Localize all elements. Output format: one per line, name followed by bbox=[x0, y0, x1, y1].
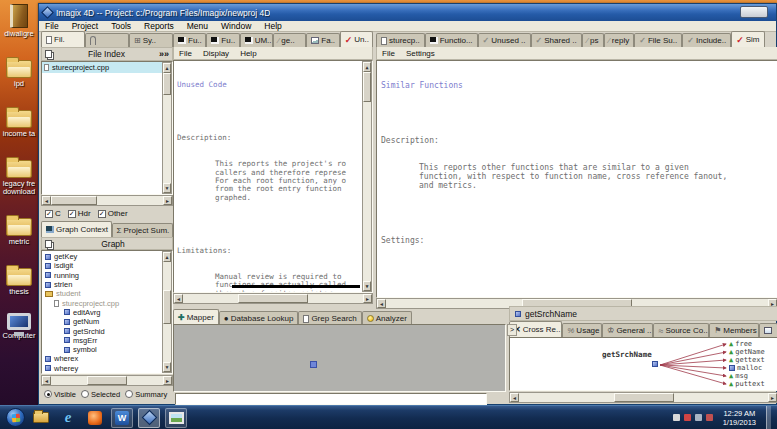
menu-item[interactable]: Settings bbox=[406, 49, 435, 58]
desktop-icon[interactable]: income ta bbox=[0, 105, 38, 138]
symbol-hscrollbar[interactable]: ◄► bbox=[509, 392, 777, 403]
taskbar-clock[interactable]: 12:29 AM 1/19/2013 bbox=[717, 409, 762, 427]
mapper-canvas[interactable] bbox=[173, 324, 506, 392]
symbol-tab[interactable]: Source Co.. bbox=[653, 323, 709, 337]
crossref-target[interactable]: puttext bbox=[729, 380, 765, 388]
file-list-vscrollbar[interactable]: ▲▼ bbox=[162, 62, 172, 194]
imagix-taskbar-icon[interactable] bbox=[138, 408, 160, 428]
mapper-input[interactable] bbox=[175, 393, 487, 405]
report-tab[interactable]: UM.. bbox=[240, 33, 273, 47]
minimize-button[interactable] bbox=[740, 6, 768, 18]
word-icon[interactable]: W bbox=[111, 408, 133, 428]
symbol-tab[interactable]: General .. bbox=[602, 323, 653, 337]
show-desktop-button[interactable] bbox=[766, 406, 771, 429]
graph-tree-vscrollbar[interactable]: ▲▼ bbox=[162, 251, 172, 373]
menu-item[interactable]: Display bbox=[203, 49, 229, 58]
report-tab[interactable]: Fu.. bbox=[206, 33, 239, 47]
expand-button[interactable]: »» bbox=[159, 49, 169, 59]
tree-item[interactable]: running bbox=[42, 271, 172, 280]
report-tab[interactable]: Functio... bbox=[425, 33, 478, 47]
report-tab[interactable]: Sim bbox=[731, 31, 764, 47]
menu-item[interactable]: Help bbox=[240, 49, 256, 58]
tree-item[interactable]: isdigit bbox=[42, 261, 172, 270]
graph-tree-hscrollbar[interactable]: ◄► bbox=[41, 375, 173, 386]
desktop-icon[interactable]: metric bbox=[0, 213, 38, 246]
menu-item[interactable]: Menu bbox=[187, 21, 208, 31]
menu-item[interactable]: Reports bbox=[144, 21, 174, 31]
pane-expander[interactable]: > bbox=[507, 324, 517, 336]
menu-item[interactable]: Tools bbox=[111, 21, 131, 31]
unused-report-body[interactable]: Unused Code Description: This reports th… bbox=[173, 60, 373, 293]
tree-item[interactable]: wherey bbox=[42, 364, 172, 373]
report-tab[interactable]: Un.. bbox=[340, 31, 373, 47]
radio-option[interactable]: Summary bbox=[125, 390, 167, 399]
explorer-icon[interactable] bbox=[30, 408, 52, 428]
graph-panel-tab[interactable]: Project Sum. bbox=[112, 223, 173, 237]
radio-option[interactable]: Selected bbox=[81, 390, 120, 399]
menu-item[interactable]: Help bbox=[264, 21, 281, 31]
file-list-hscrollbar[interactable]: ◄► bbox=[41, 195, 173, 206]
tree-item[interactable]: wherex bbox=[42, 354, 172, 363]
start-button[interactable] bbox=[6, 408, 25, 427]
desktop-icon[interactable]: thesis bbox=[0, 263, 38, 296]
file-list-item[interactable]: sturecproject.cpp bbox=[42, 62, 172, 73]
tree-item[interactable]: getNum bbox=[42, 317, 172, 326]
report-tab[interactable]: File Su.. bbox=[634, 33, 682, 47]
mapper-tab[interactable]: Analyzer bbox=[362, 311, 412, 325]
mapper-tab[interactable]: Grep Search bbox=[298, 311, 361, 325]
filter-checkbox[interactable]: ✓ Other bbox=[98, 209, 128, 218]
report-tab[interactable]: Fu.. bbox=[173, 33, 206, 47]
mapper-tab[interactable]: Database Lookup bbox=[219, 311, 299, 325]
symbol-tab[interactable]: Usage bbox=[562, 323, 602, 337]
report-tab[interactable]: ge.. bbox=[273, 33, 306, 47]
tree-item[interactable]: editAvrg bbox=[42, 308, 172, 317]
graph-node[interactable] bbox=[652, 361, 658, 367]
crossref-target[interactable]: free bbox=[729, 340, 765, 348]
tray-network-icon[interactable] bbox=[695, 414, 702, 421]
graph-icon[interactable] bbox=[45, 240, 52, 248]
similar-report-body[interactable]: Similar Functions Description: This repo… bbox=[376, 60, 777, 298]
radio-option[interactable]: Visible bbox=[44, 390, 76, 399]
report-tab[interactable]: Fa.. bbox=[306, 33, 339, 47]
photo-viewer-icon[interactable] bbox=[165, 408, 187, 428]
tree-item[interactable]: student bbox=[42, 289, 172, 298]
symbol-tab[interactable] bbox=[759, 323, 777, 337]
report-tab[interactable]: reply bbox=[604, 33, 635, 47]
mapper-tab[interactable]: Mapper bbox=[173, 309, 219, 325]
title-bar[interactable]: Imagix 4D -- Project: c:/Program Files/I… bbox=[39, 4, 776, 21]
tree-item[interactable]: symbol bbox=[42, 345, 172, 354]
menu-item[interactable]: Project bbox=[72, 21, 98, 31]
report-tab[interactable]: sturecp.. bbox=[376, 33, 425, 47]
filter-checkbox[interactable]: ✓ Hdr bbox=[68, 209, 91, 218]
graph-panel-tab[interactable]: Graph Context bbox=[41, 221, 112, 237]
menu-item[interactable]: File bbox=[179, 49, 192, 58]
tree-item[interactable]: getKey bbox=[42, 252, 172, 261]
unused-report-vscrollbar[interactable]: ▲▼ bbox=[362, 61, 372, 292]
report-tab[interactable]: Include.. bbox=[682, 33, 731, 47]
crossref-target[interactable]: msg bbox=[729, 372, 765, 380]
crossref-target[interactable]: getName bbox=[729, 348, 765, 356]
tray-alert-icon[interactable] bbox=[684, 414, 691, 421]
menu-item[interactable]: File bbox=[382, 49, 395, 58]
media-app-icon[interactable] bbox=[84, 408, 106, 428]
file-panel-tab[interactable]: Fil. bbox=[41, 31, 85, 47]
mapper-node[interactable] bbox=[310, 361, 317, 368]
file-list[interactable]: sturecproject.cpp ▲▼ bbox=[41, 61, 173, 195]
tray-hidden-icons[interactable] bbox=[673, 414, 680, 421]
report-tab[interactable]: ps bbox=[582, 33, 604, 47]
desktop-icon[interactable]: ipd bbox=[0, 55, 38, 88]
desktop-icon[interactable]: legacy fre download bbox=[0, 155, 38, 196]
tray-action-center-icon[interactable] bbox=[706, 414, 713, 421]
crossref-target[interactable]: gettext bbox=[729, 356, 765, 364]
file-panel-tab[interactable] bbox=[85, 33, 129, 47]
tree-item[interactable]: sturecproject.cpp bbox=[42, 298, 172, 307]
report-tab[interactable]: Shared .. bbox=[531, 33, 582, 47]
report-tab[interactable]: Unused .. bbox=[478, 33, 531, 47]
crossref-target[interactable]: malloc bbox=[729, 364, 765, 372]
unused-report-hscrollbar[interactable]: ◄► bbox=[173, 293, 373, 304]
symbol-tab[interactable]: Members bbox=[709, 323, 759, 337]
graph-tree[interactable]: getKey isdigit running strlen bbox=[41, 250, 173, 374]
filter-checkbox[interactable]: ✓ C bbox=[45, 209, 61, 218]
tree-item[interactable]: getSrchid bbox=[42, 326, 172, 335]
desktop-icon[interactable]: Computer bbox=[0, 313, 38, 340]
